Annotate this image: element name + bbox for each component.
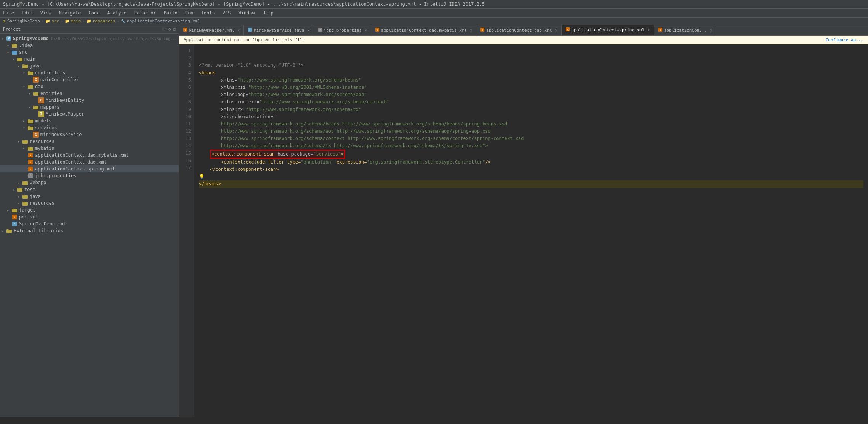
menu-item-refactor[interactable]: Refactor (133, 10, 158, 16)
tree-item[interactable]: XapplicationContext-dao.xml (0, 159, 179, 165)
panel-gear-icon[interactable]: ⚙ (168, 27, 171, 32)
tree-arrow-icon: ▾ (23, 85, 27, 89)
menu-item-run[interactable]: Run (184, 10, 195, 16)
menu-item-file[interactable]: File (2, 10, 16, 16)
tab-close-button[interactable]: × (307, 28, 310, 32)
svg-rect-37 (17, 188, 19, 189)
tree-item[interactable]: ▸resources (0, 200, 179, 207)
tree-item[interactable]: ▾entities (0, 90, 179, 97)
tree-item[interactable]: CMiniNewsEntity (0, 97, 179, 104)
tree-item[interactable]: ▸models (0, 117, 179, 124)
tree-item[interactable]: ▾test (0, 186, 179, 193)
tree-arrow-icon: ▾ (23, 126, 27, 130)
tree-item[interactable]: ▾main (0, 56, 179, 63)
tab-close-button[interactable]: × (237, 28, 240, 32)
svg-rect-49 (6, 229, 9, 230)
breadcrumb-folder-icon: 📁 (45, 19, 50, 23)
line-number: 11 (181, 120, 191, 128)
tree-item-label: applicationContext-spring.xml (35, 166, 115, 172)
tree-item[interactable]: ▾resources (0, 138, 179, 145)
tree-item[interactable]: CmainController (0, 76, 179, 83)
panel-expand-icon[interactable]: ⊟ (173, 27, 176, 32)
svg-rect-11 (28, 71, 30, 72)
svg-text:M: M (14, 223, 15, 226)
tree-item[interactable]: Pjdbc.properties (0, 172, 179, 179)
tree-item[interactable]: ▸External Libraries (0, 227, 179, 234)
tree-item[interactable]: ▸mybatis (0, 145, 179, 152)
breadcrumb-item-4[interactable]: applicationContext-spring.xml (127, 19, 200, 24)
svg-rect-19 (28, 119, 30, 120)
editor-tab[interactable]: XapplicationContext-spring.xml× (562, 25, 654, 35)
editor-area[interactable]: 1234567891011121314151617 <?xml version=… (179, 44, 868, 417)
menu-item-help[interactable]: Help (261, 10, 275, 16)
svg-rect-17 (33, 106, 35, 107)
editor-tab[interactable]: XMiniNewsMapper.xml× (179, 25, 244, 35)
breadcrumb-project-icon: ⊞ (3, 19, 6, 24)
code-content[interactable]: <?xml version="1.0" encoding="UTF-8"?><b… (194, 44, 868, 417)
code-line: xmlns:xsi="http://www.w3.org/2001/XMLSch… (199, 84, 863, 91)
breadcrumb-item-2[interactable]: main (71, 19, 81, 24)
svg-rect-9 (22, 64, 25, 66)
tree-item[interactable]: ▾java (0, 63, 179, 69)
tree-item-icon (27, 84, 34, 90)
svg-text:X: X (482, 29, 484, 31)
panel-sync-icon[interactable]: ⟳ (163, 27, 166, 32)
menu-item-code[interactable]: Code (87, 10, 101, 16)
tree-item[interactable]: Xpom.xml (0, 214, 179, 220)
tab-close-button[interactable]: × (710, 28, 712, 32)
code-line: </beans> (199, 180, 863, 188)
menu-item-tools[interactable]: Tools (200, 10, 216, 16)
editor-tab[interactable]: XapplicationContext-dao.xml× (476, 25, 561, 35)
tree-item-icon (22, 138, 28, 145)
title-bar: SpringMvcDemo - [C:\Users\Yu-we\Desktop\… (0, 0, 868, 9)
tree-item[interactable]: ▸webapp (0, 179, 179, 186)
menu-item-view[interactable]: View (39, 10, 53, 16)
tree-item-label: main (24, 56, 35, 62)
tree-item[interactable]: ▾controllers (0, 69, 179, 76)
tree-item[interactable]: ▾services (0, 124, 179, 131)
menu-item-vcs[interactable]: VCS (221, 10, 232, 16)
svg-rect-25 (28, 147, 30, 148)
tree-item-icon (33, 90, 39, 96)
editor-tab[interactable]: XapplicationCon...× (654, 25, 717, 35)
tree-item[interactable]: CMiniNewsService (0, 131, 179, 138)
tree-item[interactable]: MSpringMvcDemo.iml (0, 220, 179, 227)
editor-tab[interactable]: XapplicationContext.dao.mybatis.xml× (371, 25, 476, 35)
configure-link[interactable]: Configure ap... (826, 37, 863, 42)
tree-item[interactable]: ▾PSpringMvcDemo C:\Users\Yu-we\Desktop\p… (0, 35, 179, 42)
menu-item-navigate[interactable]: Navigate (58, 10, 83, 16)
breadcrumb-folder-icon: 📁 (65, 19, 69, 23)
menu-item-edit[interactable]: Edit (20, 10, 34, 16)
menu-item-build[interactable]: Build (162, 10, 179, 16)
tree-item-label: java (30, 194, 41, 199)
tree-item[interactable]: ▾dao (0, 83, 179, 90)
tree-item[interactable]: ▸java (0, 193, 179, 200)
tab-close-button[interactable]: × (470, 28, 472, 32)
tree-item[interactable]: ▸target (0, 207, 179, 214)
tree-item[interactable]: IMiniNewsMapper (0, 111, 179, 117)
code-line: <beans (199, 69, 863, 77)
menu-item-window[interactable]: Window (237, 10, 256, 16)
tree-item[interactable]: ▾.idea (0, 42, 179, 49)
tab-label: jdbc.properties (324, 28, 362, 33)
breadcrumb-item-0[interactable]: SpringMvcDemo (7, 19, 40, 24)
svg-text:C: C (249, 29, 251, 31)
xml-tag: </beans> (199, 181, 221, 186)
editor-tab[interactable]: CMiniNewsService.java× (244, 25, 314, 35)
menu-item-analyze[interactable]: Analyze (106, 10, 128, 16)
tree-item-label: resources (30, 139, 54, 144)
tab-close-button[interactable]: × (555, 28, 557, 32)
line-number: 16 (181, 157, 191, 164)
tree-item[interactable]: ▾mappers (0, 104, 179, 111)
tab-close-button[interactable]: × (648, 28, 650, 32)
breadcrumb-item-3[interactable]: resources (93, 19, 115, 24)
tree-item[interactable]: ▾src (0, 49, 179, 56)
tab-close-button[interactable]: × (365, 28, 367, 32)
svg-text:X: X (567, 28, 569, 31)
tree-item-icon: X (11, 214, 18, 220)
tree-item[interactable]: XapplicationContext-spring.xml (0, 165, 179, 172)
tree-item-label: java (30, 63, 41, 69)
breadcrumb-item-1[interactable]: src (51, 19, 59, 24)
editor-tab[interactable]: Pjdbc.properties× (314, 25, 371, 35)
tree-item[interactable]: XapplicationContext.dao.mybatis.xml (0, 152, 179, 159)
